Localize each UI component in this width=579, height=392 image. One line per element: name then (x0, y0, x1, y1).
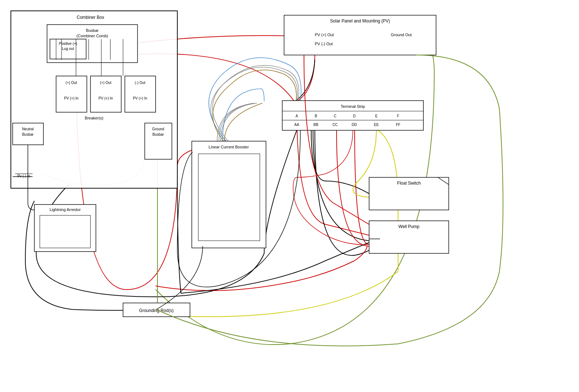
svg-text:E: E (375, 114, 378, 118)
wiring-diagram: Combiner Box Busbar (Combiner Comb) Posi… (0, 0, 579, 392)
svg-text:Lightning Arrestor: Lightning Arrestor (50, 207, 81, 212)
svg-text:Busbar: Busbar (152, 132, 164, 136)
svg-text:(-) Out: (-) Out (135, 81, 145, 85)
svg-text:Lug out: Lug out (62, 47, 74, 51)
svg-text:DD: DD (352, 123, 357, 127)
svg-text:Pv (-) In: Pv (-) In (17, 174, 30, 178)
svg-text:PV (+) Out: PV (+) Out (315, 33, 334, 37)
svg-text:Busbar: Busbar (86, 28, 99, 33)
svg-text:PV (+) In: PV (+) In (64, 96, 79, 100)
svg-text:BB: BB (313, 123, 318, 127)
svg-text:Ground: Ground (152, 127, 164, 131)
svg-text:F: F (397, 114, 399, 118)
diagram-container: Combiner Box Busbar (Combiner Comb) Posi… (0, 0, 579, 392)
svg-text:PV (+) In: PV (+) In (98, 96, 113, 100)
svg-text:Combiner Box: Combiner Box (77, 15, 104, 20)
svg-text:C: C (334, 114, 336, 118)
svg-text:A: A (296, 114, 298, 118)
svg-rect-28 (40, 215, 90, 248)
svg-text:(+) Out: (+) Out (65, 81, 77, 85)
svg-text:FF: FF (396, 123, 400, 127)
svg-text:Breaker(s): Breaker(s) (85, 116, 103, 120)
svg-text:(Combiner Comb): (Combiner Comb) (76, 34, 108, 38)
svg-text:CC: CC (333, 123, 338, 127)
svg-text:Ground Out: Ground Out (391, 33, 411, 37)
svg-text:Linear Current Booster: Linear Current Booster (208, 145, 249, 149)
svg-text:(+) Out: (+) Out (100, 81, 111, 85)
svg-text:Busbar: Busbar (22, 132, 34, 136)
svg-rect-31 (198, 154, 260, 241)
svg-text:Grounding Rod(s): Grounding Rod(s) (139, 308, 173, 313)
svg-text:EE: EE (374, 123, 379, 127)
svg-text:Solar Panel and Mounting (PV): Solar Panel and Mounting (PV) (330, 18, 390, 24)
svg-text:Terminal Strip: Terminal Strip (341, 104, 365, 109)
svg-text:AA: AA (294, 123, 299, 127)
svg-text:PV (-) Out: PV (-) Out (315, 42, 333, 46)
svg-text:B: B (315, 114, 317, 118)
svg-text:Well Pump: Well Pump (398, 224, 419, 229)
svg-text:D: D (353, 114, 355, 118)
svg-text:Neutral: Neutral (22, 127, 34, 131)
svg-text:Float Switch: Float Switch (397, 181, 420, 186)
svg-text:PV (+) In: PV (+) In (133, 96, 147, 100)
